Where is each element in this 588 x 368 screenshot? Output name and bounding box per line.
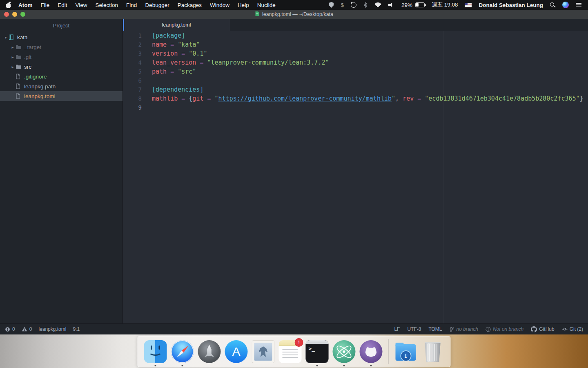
line-number: 8 (123, 94, 142, 103)
tree-item-label: leanpkg.path (24, 83, 56, 90)
apple-menu-icon[interactable] (6, 2, 11, 8)
code-line-1[interactable]: [package] (152, 31, 588, 40)
menu-nuclide[interactable]: Nuclide (253, 2, 280, 8)
tab-leanpkg-toml[interactable]: leanpkg.toml (123, 19, 230, 31)
dock-mail[interactable] (252, 340, 275, 363)
zoom-button[interactable] (20, 12, 25, 17)
code-line-5[interactable]: path = "src" (152, 67, 588, 76)
menu-clock[interactable]: 週五 19:08 (432, 1, 458, 9)
statusbar-filename[interactable]: leanpkg.toml (38, 326, 66, 332)
active-pane-marker (123, 19, 124, 31)
dock-launchpad[interactable] (198, 340, 221, 363)
menu-find[interactable]: Find (122, 2, 141, 8)
dock-downloads[interactable]: ↓ (394, 340, 417, 363)
menu-items: AtomFileEditViewSelectionFindDebuggerPac… (14, 2, 280, 8)
alert-icon (486, 327, 491, 332)
git-branch-status[interactable]: no branch (450, 326, 478, 332)
dock-separator (388, 339, 389, 364)
line-number: 3 (123, 49, 142, 58)
menu-packages[interactable]: Packages (174, 2, 206, 8)
dock-safari[interactable] (171, 340, 194, 363)
menu-user[interactable]: Donald Sebastian Leung (479, 2, 543, 8)
tab-title: leanpkg.toml (162, 22, 191, 28)
code-line-2[interactable]: name = "kata" (152, 40, 588, 49)
tree-list: ▾kata▸_target▸.git▸src.gitignoreleanpkg.… (0, 32, 122, 101)
title-bar[interactable]: leanpkg.toml — ~/Desktop/kata (0, 10, 588, 19)
dock-finder[interactable] (144, 340, 167, 363)
dock-app-store[interactable]: A (225, 340, 248, 363)
dock-terminal[interactable]: >_ (306, 340, 329, 363)
atom-icon (333, 340, 356, 363)
siri-icon[interactable] (562, 2, 569, 8)
time-machine-icon[interactable] (351, 2, 356, 8)
menu-bar: AtomFileEditViewSelectionFindDebuggerPac… (0, 0, 588, 10)
menu-window[interactable]: Window (206, 2, 234, 8)
chevron-right-icon: ▸ (10, 45, 16, 49)
line-ending[interactable]: LF (394, 326, 400, 332)
line-number: 7 (123, 85, 142, 94)
notification-center-icon[interactable] (576, 3, 581, 7)
tree-item-kata[interactable]: ▾kata (0, 32, 122, 42)
running-indicator (343, 365, 345, 366)
menu-view[interactable]: View (71, 2, 91, 8)
tree-item-leanpkg-path[interactable]: leanpkg.path (0, 81, 122, 91)
text-editor[interactable]: 123456789 [package]name = "kata"version … (123, 31, 588, 323)
currency-icon[interactable]: $ (341, 2, 344, 8)
dock-notes[interactable]: 1 (279, 340, 302, 363)
menu-debugger[interactable]: Debugger (141, 2, 173, 8)
tree-item-src[interactable]: ▸src (0, 62, 122, 72)
status-bar-left: 00leanpkg.toml9:1 (5, 326, 86, 332)
minimize-button[interactable] (12, 12, 17, 17)
diagnostics-errors[interactable]: 0 (5, 326, 15, 332)
tree-item-label: .git (24, 54, 31, 60)
branch-warning[interactable]: Not on branch (486, 326, 523, 332)
line-number: 1 (123, 31, 142, 40)
code-line-6[interactable] (152, 76, 588, 85)
menu-help[interactable]: Help (234, 2, 253, 8)
tree-item-_target[interactable]: ▸_target (0, 42, 122, 52)
tree-item-leanpkg-toml[interactable]: leanpkg.toml (0, 91, 122, 101)
battery-indicator[interactable]: 29% (401, 2, 425, 8)
grammar[interactable]: TOML (428, 326, 442, 332)
code-line-9[interactable] (152, 103, 588, 112)
github-status[interactable]: GitHub (531, 326, 554, 332)
dock-atom[interactable] (333, 340, 356, 363)
launchpad-icon (198, 340, 221, 363)
gatekeeper-shield-icon[interactable] (329, 2, 334, 8)
notification-badge: 1 (295, 338, 303, 347)
spotlight-icon[interactable] (550, 2, 555, 8)
running-indicator (370, 365, 372, 366)
code-line-8[interactable]: mathlib = {git = "https://github.com/lea… (152, 94, 588, 103)
code-line-3[interactable]: version = "0.1" (152, 49, 588, 58)
dock-trash[interactable] (421, 340, 444, 363)
volume-icon[interactable] (388, 2, 394, 7)
tree-item--git[interactable]: ▸.git (0, 52, 122, 62)
tree-view-header: Project (0, 19, 122, 32)
atom-window: leanpkg.toml — ~/Desktop/kata Project ▾k… (0, 10, 588, 334)
encoding[interactable]: UTF-8 (407, 326, 421, 332)
cursor-position[interactable]: 9:1 (73, 326, 80, 332)
close-button[interactable] (4, 12, 9, 17)
dock-github-desktop[interactable] (360, 340, 383, 363)
chevron-down-icon: ▾ (3, 35, 9, 40)
diagnostics-warnings[interactable]: 0 (22, 326, 32, 332)
code-line-4[interactable]: lean_version = "leanprover-community/lea… (152, 58, 588, 67)
downloads-icon: ↓ (394, 340, 417, 363)
bluetooth-icon[interactable] (363, 2, 368, 8)
tree-item--gitignore[interactable]: .gitignore (0, 72, 122, 81)
git-changes[interactable]: Git (2) (562, 326, 583, 332)
menu-atom[interactable]: Atom (14, 2, 37, 8)
menu-edit[interactable]: Edit (53, 2, 71, 8)
us-flag-icon[interactable] (465, 3, 472, 7)
wifi-icon[interactable] (374, 2, 381, 7)
code-line-7[interactable]: [dependencies] (152, 85, 588, 94)
code-area[interactable]: [package]name = "kata"version = "0.1"lea… (145, 31, 588, 323)
menu-selection[interactable]: Selection (91, 2, 122, 8)
safari-icon (171, 340, 194, 363)
github-desktop-icon (360, 340, 383, 363)
menu-file[interactable]: File (37, 2, 54, 8)
finder-icon (144, 340, 167, 363)
status-bar: 00leanpkg.toml9:1 LFUTF-8TOMLno branchNo… (0, 323, 588, 334)
window-title: leanpkg.toml — ~/Desktop/kata (255, 11, 333, 18)
wrap-guide (443, 31, 443, 323)
